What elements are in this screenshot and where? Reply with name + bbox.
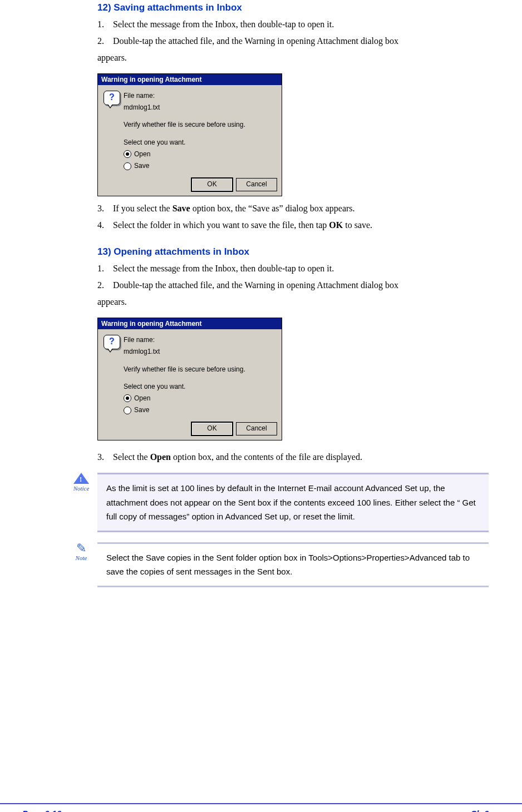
select-text: Select one you want.: [124, 382, 276, 392]
radio-save-label: Save: [134, 405, 149, 415]
step-number: 1.: [97, 262, 111, 275]
notice-label: Notice: [70, 485, 93, 492]
page-footer: Page 6-16 Ch 6: [0, 803, 522, 812]
note-callout: ✎ Note Select the Save copies in the Sen…: [97, 542, 489, 587]
step-number: 3.: [97, 202, 111, 215]
step-12-1: 1. Select the message from the Inbox, th…: [97, 18, 489, 31]
step-number: 1.: [97, 18, 111, 31]
radio-icon: [124, 394, 131, 402]
step-13-3: 3. Select the Open option box, and the c…: [97, 450, 489, 464]
step-text: Select the message from the Inbox, then …: [113, 264, 334, 273]
notice-callout: Notice As the limit is set at 100 lines …: [97, 473, 489, 532]
dialog-title: Warning in opening Attachment: [98, 74, 282, 85]
step-number: 3.: [97, 450, 111, 464]
ok-button[interactable]: OK: [191, 178, 233, 191]
step-text: If you select the Save option box, the “…: [113, 204, 355, 213]
step-12-2: 2. Double-tap the attached file, and the…: [97, 34, 489, 48]
note-label: Note: [70, 554, 93, 561]
step-12-4: 4. Select the folder in which you want t…: [97, 219, 489, 232]
radio-open-label: Open: [134, 149, 150, 160]
verify-text: Verify whether file is secure before usi…: [124, 364, 276, 375]
step-text: Double-tap the attached file, and the Wa…: [113, 36, 398, 46]
cancel-button[interactable]: Cancel: [236, 178, 277, 191]
radio-save[interactable]: Save: [124, 161, 276, 171]
filename-value: mdmlog1.txt: [124, 102, 276, 113]
step-text: Select the message from the Inbox, then …: [113, 19, 334, 29]
filename-label: File name:: [124, 335, 276, 345]
step-text: Select the Open option box, and the cont…: [113, 452, 362, 462]
chapter-label: Ch 6: [470, 809, 489, 812]
note-icon: ✎ Note: [70, 542, 93, 561]
step-13-2: 2. Double-tap the attached file, and the…: [97, 279, 489, 292]
section-12-heading: 12) Saving attachments in Inbox: [97, 2, 489, 13]
radio-open[interactable]: Open: [124, 149, 276, 160]
step-number: 4.: [97, 219, 111, 232]
radio-save[interactable]: Save: [124, 405, 276, 415]
filename-value: mdmlog1.txt: [124, 346, 276, 357]
step-12-2-continued: appears.: [97, 51, 489, 65]
dialog-title: Warning in opening Attachment: [98, 318, 282, 329]
radio-save-label: Save: [134, 161, 149, 171]
radio-open-label: Open: [134, 393, 150, 404]
question-balloon-icon: ?: [104, 335, 124, 417]
step-13-2-continued: appears.: [97, 295, 489, 309]
step-12-3: 3. If you select the Save option box, th…: [97, 202, 489, 215]
radio-open[interactable]: Open: [124, 393, 276, 404]
step-text: Select the folder in which you want to s…: [113, 220, 372, 230]
verify-text: Verify whether file is secure before usi…: [124, 120, 276, 130]
radio-icon: [124, 162, 131, 170]
note-text: Select the Save copies in the Sent folde…: [97, 542, 489, 587]
page-number: Page 6-16: [22, 809, 61, 812]
section-13-heading: 13) Opening attachments in Inbox: [97, 246, 489, 258]
question-balloon-icon: ?: [104, 91, 124, 172]
step-number: 2.: [97, 279, 111, 292]
notice-icon: Notice: [70, 473, 93, 492]
step-text: Double-tap the attached file, and the Wa…: [113, 280, 398, 290]
warning-attachment-dialog: Warning in opening Attachment ? File nam…: [97, 73, 282, 196]
step-13-1: 1. Select the message from the Inbox, th…: [97, 262, 489, 275]
radio-icon: [124, 150, 131, 158]
warning-attachment-dialog: Warning in opening Attachment ? File nam…: [97, 318, 282, 440]
step-number: 2.: [97, 34, 111, 48]
cancel-button[interactable]: Cancel: [236, 422, 277, 435]
radio-icon: [124, 407, 131, 414]
filename-label: File name:: [124, 91, 276, 101]
select-text: Select one you want.: [124, 137, 276, 148]
notice-text: As the limit is set at 100 lines by defa…: [97, 473, 489, 532]
ok-button[interactable]: OK: [191, 422, 233, 435]
